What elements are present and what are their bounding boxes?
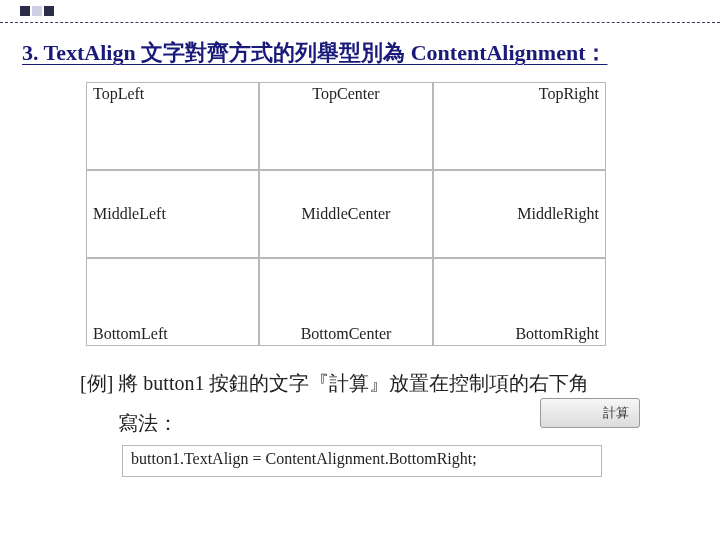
cell-middlecenter: MiddleCenter: [259, 170, 432, 258]
cell-topright: TopRight: [433, 82, 606, 170]
example-text: [例] 將 button1 按鈕的文字『計算』放置在控制項的右下角 寫法：: [80, 365, 589, 441]
cell-bottomright: BottomRight: [433, 258, 606, 346]
cell-middleright: MiddleRight: [433, 170, 606, 258]
alignment-grid: TopLeft TopCenter TopRight MiddleLeft Mi…: [86, 82, 606, 346]
code-example: button1.TextAlign = ContentAlignment.Bot…: [122, 445, 602, 477]
cell-topleft: TopLeft: [86, 82, 259, 170]
cell-bottomleft: BottomLeft: [86, 258, 259, 346]
decorative-squares: [20, 6, 54, 16]
decorative-dashed-line: [0, 22, 720, 23]
cell-topcenter: TopCenter: [259, 82, 432, 170]
calc-button[interactable]: 計算: [540, 398, 640, 428]
cell-bottomcenter: BottomCenter: [259, 258, 432, 346]
cell-middleleft: MiddleLeft: [86, 170, 259, 258]
section-heading: 3. TextAlign 文字對齊方式的列舉型別為 ContentAlignme…: [22, 38, 607, 68]
example-line2: 寫法：: [118, 405, 589, 441]
example-line1: [例] 將 button1 按鈕的文字『計算』放置在控制項的右下角: [80, 365, 589, 401]
